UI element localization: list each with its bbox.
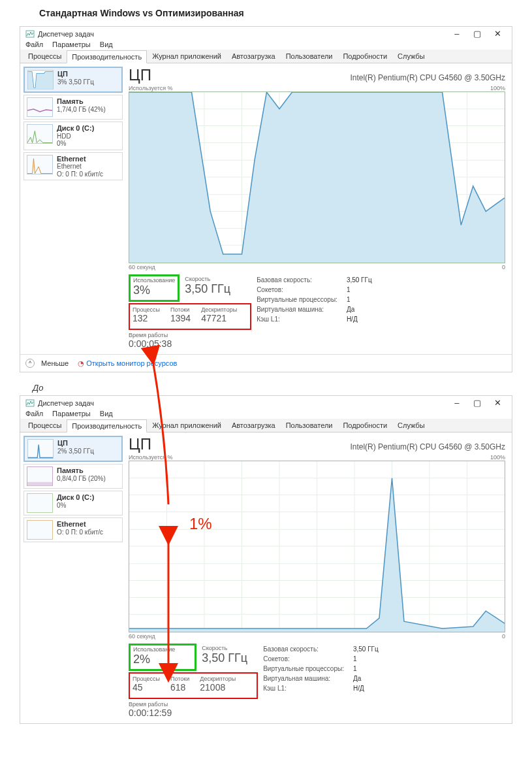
tab-performance[interactable]: Производительность (67, 419, 147, 432)
taskmgr-icon (25, 399, 35, 408)
sidebar: ЦП2% 3,50 ГГц Память0,8/4,0 ГБ (20%) Дис… (20, 432, 126, 723)
detail-value: Да (347, 305, 380, 314)
proc-value: 45 (133, 682, 160, 693)
handles-value: 21008 (200, 682, 236, 693)
threads-label: Потоки (170, 306, 191, 313)
taskmgr-icon (25, 29, 35, 39)
menu-options[interactable]: Параметры (52, 41, 91, 48)
sidebar-disk-name: Диск 0 (C:) (57, 124, 94, 133)
handles-label: Дескрипторы (201, 306, 237, 313)
detail-label: Виртуальные процессоры: (257, 295, 345, 304)
sidebar-item-memory[interactable]: Память1,7/4,0 ГБ (42%) (23, 95, 123, 120)
detail-value: 3,50 ГГц (353, 645, 386, 653)
threads-value: 618 (170, 682, 189, 693)
sidebar-cpu-name: ЦП (57, 70, 94, 78)
tab-details[interactable]: Подробности (337, 50, 392, 63)
tab-users[interactable]: Пользователи (281, 419, 338, 432)
chart-ylabel: Используется % (129, 85, 173, 91)
main-panel: ЦП Intel(R) Pentium(R) CPU G4560 @ 3.50G… (126, 63, 512, 354)
speed-label: Скорость (185, 276, 230, 282)
sidebar-item-disk[interactable]: Диск 0 (C:)0% (23, 491, 123, 515)
menu-view[interactable]: Вид (100, 41, 113, 48)
tab-services[interactable]: Службы (392, 50, 430, 63)
detail-label: Сокетов: (257, 286, 345, 294)
cpu-model: Intel(R) Pentium(R) CPU G4560 @ 3.50GHz (350, 442, 505, 451)
menu-file[interactable]: Файл (25, 41, 43, 48)
svg-rect-22 (27, 482, 52, 486)
detail-label: Виртуальная машина: (263, 674, 352, 683)
footer: ^ Меньше ◔ Открыть монитор ресурсов (20, 354, 512, 372)
detail-label: Виртуальная машина: (257, 305, 345, 314)
usage-value: 2% (133, 653, 175, 666)
sidebar-disk-sub: 0% (57, 502, 94, 510)
section-before-label: До (0, 378, 532, 395)
cpu-usage-chart[interactable] (129, 461, 505, 632)
chart-xlabel: 60 секунд (129, 264, 155, 270)
proc-highlight: Процессы45 Потоки618 Дескрипторы21008 (129, 672, 258, 699)
tab-processes[interactable]: Процессы (23, 50, 67, 63)
proc-value: 132 (133, 313, 160, 323)
maximize-button[interactable]: ▢ (468, 29, 486, 39)
detail-value: 1 (353, 664, 386, 673)
detail-label: Базовая скорость: (257, 276, 345, 284)
tab-services[interactable]: Службы (392, 419, 430, 432)
detail-label: Кэш L1: (263, 684, 352, 693)
sidebar-eth-sub: Ethernet (57, 163, 103, 171)
tab-startup[interactable]: Автозагрузка (227, 419, 281, 432)
sidebar-eth-name: Ethernet (57, 155, 103, 163)
sidebar-eth-name: Ethernet (57, 520, 103, 529)
chart-ylabel: Используется % (129, 454, 173, 461)
menu-options[interactable]: Параметры (52, 410, 91, 417)
detail-label: Кэш L1: (257, 315, 345, 323)
detail-value: Да (353, 674, 386, 683)
tab-users[interactable]: Пользователи (281, 50, 338, 63)
proc-label: Процессы (133, 676, 160, 682)
sidebar-item-cpu[interactable]: ЦП3% 3,50 ГГц (23, 67, 123, 93)
sidebar-cpu-sub: 3% 3,50 ГГц (57, 78, 94, 86)
cpu-title: ЦП (129, 435, 151, 453)
tab-app-history[interactable]: Журнал приложений (147, 50, 227, 63)
cpu-details: Базовая скорость:3,50 ГГц Сокетов:1 Вирт… (255, 274, 381, 349)
menu-file[interactable]: Файл (25, 410, 43, 417)
sidebar-item-memory[interactable]: Память0,8/4,0 ГБ (20%) (23, 464, 123, 489)
detail-value: Н/Д (353, 684, 386, 693)
cpu-model: Intel(R) Pentium(R) CPU G4560 @ 3.50GHz (350, 73, 505, 82)
sidebar-disk-sub: HDD (57, 133, 94, 140)
sidebar-item-ethernet[interactable]: EthernetО: 0 П: 0 кбит/с (23, 517, 123, 542)
cpu-usage-chart[interactable] (129, 91, 505, 263)
chevron-up-icon[interactable]: ^ (25, 359, 35, 368)
speed-value: 3,50 ГГц (202, 651, 247, 665)
sidebar-item-cpu[interactable]: ЦП2% 3,50 ГГц (23, 436, 123, 462)
sidebar-cpu-name: ЦП (57, 439, 94, 448)
minimize-button[interactable]: – (448, 398, 466, 408)
tabs: Процессы Производительность Журнал прило… (20, 419, 512, 432)
maximize-button[interactable]: ▢ (468, 398, 486, 408)
resource-monitor-icon: ◔ (78, 359, 84, 367)
menubar: Файл Параметры Вид (20, 408, 512, 419)
sidebar-item-disk[interactable]: Диск 0 (C:)HDD0% (23, 122, 123, 150)
tab-performance[interactable]: Производительность (67, 50, 147, 63)
menubar: Файл Параметры Вид (20, 39, 512, 50)
task-manager-window-bottom: Диспетчер задач – ▢ ✕ Файл Параметры Вид… (20, 395, 512, 724)
sidebar-item-ethernet[interactable]: EthernetEthernetО: 0 П: 0 кбит/с (23, 152, 123, 181)
tab-processes[interactable]: Процессы (23, 419, 67, 432)
close-button[interactable]: ✕ (488, 398, 507, 408)
minimize-button[interactable]: – (448, 29, 466, 39)
open-resource-monitor-link[interactable]: Открыть монитор ресурсов (86, 359, 177, 367)
threads-value: 1394 (170, 313, 191, 323)
sidebar-mem-name: Память (57, 97, 106, 106)
sidebar-cpu-sub: 2% 3,50 ГГц (57, 448, 94, 455)
fewer-details-button[interactable]: Меньше (41, 359, 69, 367)
proc-highlight: Процессы132 Потоки1394 Дескрипторы47721 (129, 303, 251, 330)
titlebar: Диспетчер задач – ▢ ✕ (20, 396, 512, 408)
tab-details[interactable]: Подробности (337, 419, 392, 432)
window-title: Диспетчер задач (38, 399, 94, 407)
tab-startup[interactable]: Автозагрузка (227, 50, 281, 63)
tab-app-history[interactable]: Журнал приложений (147, 419, 227, 432)
usage-highlight: Использование 2% (129, 644, 196, 671)
arrow-label: 1% (189, 515, 212, 533)
chart-xlabel: 60 секунд (129, 633, 155, 640)
sidebar-disk-sub2: 0% (57, 140, 94, 148)
menu-view[interactable]: Вид (100, 410, 113, 417)
close-button[interactable]: ✕ (488, 29, 507, 39)
